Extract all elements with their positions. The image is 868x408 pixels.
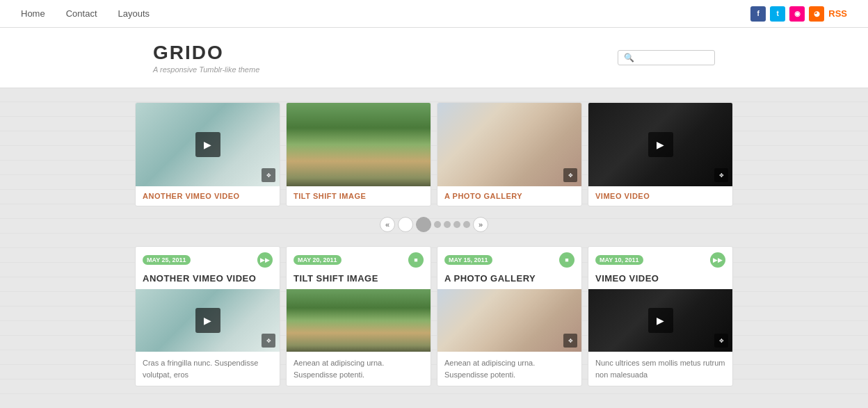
video-type-icon: ▶▶ (257, 252, 273, 268)
list-card-1-title: ANOTHER VIMEO VIDEO (136, 273, 280, 289)
list-card-3-desc: Aenean at adipiscing urna. Suspendisse p… (437, 352, 581, 386)
play-button[interactable]: ▶ (195, 132, 220, 157)
list-card-1[interactable]: MAY 25, 2011 ▶▶ ANOTHER VIMEO VIDEO ▶ ✥ … (135, 246, 280, 386)
expand-button[interactable]: ✥ (714, 168, 728, 182)
nav-links: Home Contact Layouts (21, 8, 150, 19)
list-card-4[interactable]: MAY 10, 2011 ▶▶ VIMEO VIDEO ▶ ✥ Nunc ult… (588, 246, 733, 386)
pagination-dot-1[interactable] (434, 221, 441, 228)
nav-layouts[interactable]: Layouts (118, 8, 150, 19)
rss-icon[interactable]: ◕ (809, 6, 824, 22)
list-card-2-header: MAY 20, 2011 ■ (287, 247, 431, 273)
search-box[interactable]: 🔍 (618, 50, 715, 65)
pagination-dot-2[interactable] (444, 221, 451, 228)
list-card-2-desc: Aenean at adipiscing urna. Suspendisse p… (287, 352, 431, 386)
list-card-1-desc: Cras a fringilla nunc. Suspendisse volut… (136, 352, 280, 386)
list-card-2-title: TILT SHIFT IMAGE (287, 273, 431, 289)
card-label: A PHOTO GALLERY (437, 186, 581, 206)
expand-button[interactable]: ✥ (262, 334, 275, 348)
card-label: TILT SHIFT IMAGE (287, 186, 431, 206)
nav-contact[interactable]: Contact (66, 8, 97, 19)
top-nav: Home Contact Layouts f t ◉ ◕ RSS (0, 0, 868, 28)
site-header: GRIDO A responsive Tumblr-like theme 🔍 (0, 28, 868, 88)
expand-button[interactable]: ✥ (262, 168, 275, 182)
date-badge: MAY 25, 2011 (143, 255, 191, 265)
pagination-page-2[interactable] (416, 217, 431, 232)
expand-button[interactable]: ✥ (563, 334, 577, 348)
list-card-3-header: MAY 15, 2011 ■ (437, 247, 581, 273)
rss-label[interactable]: RSS (828, 8, 847, 19)
flickr-icon[interactable]: ◉ (789, 6, 805, 22)
top-card-1[interactable]: ▶ ✥ ANOTHER VIMEO VIDEO (135, 102, 280, 206)
list-card-4-header: MAY 10, 2011 ▶▶ (588, 247, 732, 273)
list-card-3[interactable]: MAY 15, 2011 ■ A PHOTO GALLERY ✥ Aenean … (437, 246, 582, 386)
nav-home[interactable]: Home (21, 8, 45, 19)
top-card-2[interactable]: TILT SHIFT IMAGE (286, 102, 431, 206)
top-card-4[interactable]: ▶ ✥ VIMEO VIDEO (588, 102, 733, 206)
pagination-next[interactable]: » (473, 217, 488, 232)
search-input[interactable] (634, 53, 711, 63)
list-card-3-title: A PHOTO GALLERY (437, 273, 581, 289)
search-icon: 🔍 (624, 53, 634, 63)
list-card-4-desc: Nunc ultrices sem mollis metus rutrum no… (588, 352, 732, 386)
site-title: GRIDO (153, 42, 259, 64)
bottom-grid: MAY 25, 2011 ▶▶ ANOTHER VIMEO VIDEO ▶ ✥ … (135, 246, 733, 386)
pagination-dot-3[interactable] (453, 221, 460, 228)
list-card-4-title: VIMEO VIDEO (588, 273, 732, 289)
top-grid: ▶ ✥ ANOTHER VIMEO VIDEO TILT SHIFT IMAGE… (135, 102, 733, 206)
main-content: ▶ ✥ ANOTHER VIMEO VIDEO TILT SHIFT IMAGE… (135, 88, 733, 400)
facebook-icon[interactable]: f (750, 6, 766, 22)
social-icons: f t ◉ ◕ RSS (750, 6, 847, 22)
pagination-page-1[interactable] (398, 217, 413, 232)
pagination-dot-4[interactable] (463, 221, 470, 228)
card-label: ANOTHER VIMEO VIDEO (136, 186, 280, 206)
expand-button[interactable]: ✥ (714, 334, 728, 348)
card-label: VIMEO VIDEO (588, 186, 732, 206)
top-card-3[interactable]: ✥ A PHOTO GALLERY (437, 102, 582, 206)
site-tagline: A responsive Tumblr-like theme (153, 65, 259, 74)
pagination-prev[interactable]: « (380, 217, 395, 232)
pagination: « » (135, 217, 733, 232)
image-type-icon: ■ (408, 252, 424, 268)
list-card-1-header: MAY 25, 2011 ▶▶ (136, 247, 280, 273)
twitter-icon[interactable]: t (770, 6, 785, 22)
date-badge: MAY 15, 2011 (444, 255, 492, 265)
list-card-2[interactable]: MAY 20, 2011 ■ TILT SHIFT IMAGE Aenean a… (286, 246, 431, 386)
date-badge: MAY 10, 2011 (595, 255, 643, 265)
date-badge: MAY 20, 2011 (294, 255, 341, 265)
expand-button[interactable]: ✥ (563, 168, 577, 182)
gallery-type-icon: ■ (559, 252, 574, 268)
video-type-icon-2: ▶▶ (710, 252, 725, 268)
play-button[interactable]: ▶ (648, 132, 673, 157)
play-button[interactable]: ▶ (195, 308, 220, 333)
site-branding: GRIDO A responsive Tumblr-like theme (153, 42, 259, 74)
play-button[interactable]: ▶ (648, 308, 673, 333)
